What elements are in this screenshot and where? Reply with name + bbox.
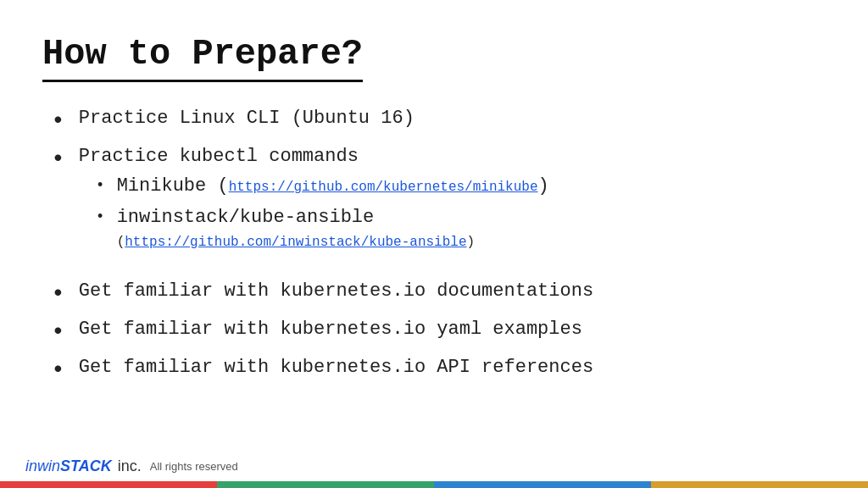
bullet-dot-1: • [51,104,65,137]
spacer-bullet-list: • Get familiar with kubernetes.io docume… [51,279,826,387]
spacer-bullet-1: • Get familiar with kubernetes.io docume… [51,279,826,310]
kube-ansible-label: inwinstack/kube-ansible [117,207,375,228]
footer: inwinSTACK inc. All rights reserved [0,444,868,488]
sub-bullet-2-content: inwinstack/kube-ansible (https://github.… [117,205,475,252]
slide: How to Prepare? • Practice Linux CLI (Ub… [0,0,868,488]
kube-ansible-link-wrap: (https://github.com/inwinstack/kube-ansi… [117,233,475,252]
content-area: • Practice Linux CLI (Ubuntu 16) • Pract… [42,106,826,387]
spacer-bullet-dot-1: • [51,277,65,310]
spacer-bullet-2-text: Get familiar with kubernetes.io yaml exa… [79,317,582,343]
bullet-1-text: Practice Linux CLI (Ubuntu 16) [79,106,415,132]
footer-rights: All rights reserved [150,460,238,473]
spacer [51,263,826,279]
sub-bullet-1-content: Minikube (https://github.com/kubernetes/… [117,174,549,200]
sub-bullet-list: • Minikube (https://github.com/kubernete… [96,174,549,252]
footer-bar-red [0,481,217,488]
slide-title: How to Prepare? [42,34,363,82]
spacer-bullet-2: • Get familiar with kubernetes.io yaml e… [51,317,826,348]
minikube-label: Minikube [117,175,207,197]
footer-logo-stack: STACK [60,458,112,475]
sub-bullet-dot-2: • [96,207,105,228]
main-bullet-list: • Practice Linux CLI (Ubuntu 16) • Pract… [51,106,826,257]
footer-logo: inwinSTACK inc. [25,458,142,475]
kube-ansible-link[interactable]: https://github.com/inwinstack/kube-ansib… [125,235,466,250]
minikube-link-wrap: (https://github.com/kubernetes/minikube) [217,175,548,197]
bullet-1: • Practice Linux CLI (Ubuntu 16) [51,106,826,137]
sub-bullet-1: • Minikube (https://github.com/kubernete… [96,174,549,200]
bullet-2: • Practice kubectl commands • Minikube (… [51,144,826,257]
footer-bar-green [217,481,434,488]
spacer-bullet-dot-3: • [51,353,65,386]
footer-logo-inc: inc. [114,458,142,475]
bullet-2-content: Practice kubectl commands • Minikube (ht… [79,144,549,257]
minikube-link[interactable]: https://github.com/kubernetes/minikube [229,180,538,195]
spacer-bullet-dot-2: • [51,315,65,348]
bullet-dot-2: • [51,142,65,175]
sub-bullet-2: • inwinstack/kube-ansible (https://githu… [96,205,549,252]
footer-bar-yellow [651,481,868,488]
sub-bullet-dot-1: • [96,175,105,197]
footer-bar [0,481,868,488]
spacer-bullet-3: • Get familiar with kubernetes.io API re… [51,355,826,386]
footer-bar-blue [434,481,651,488]
footer-logo-inwin: inwin [25,458,60,475]
bullet-2-text: Practice kubectl commands [79,146,359,167]
spacer-bullet-3-text: Get familiar with kubernetes.io API refe… [79,355,593,381]
spacer-bullet-1-text: Get familiar with kubernetes.io document… [79,279,593,305]
